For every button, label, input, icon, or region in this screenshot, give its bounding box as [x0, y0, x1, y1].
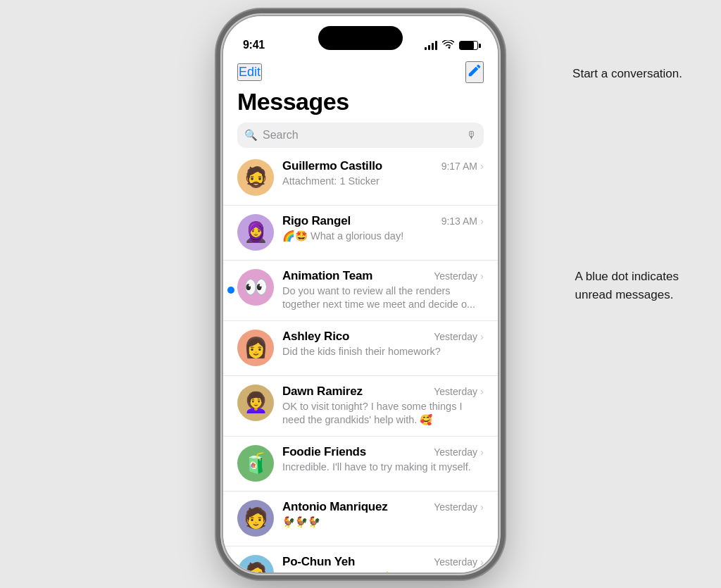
conversation-time: 9:13 AM: [441, 215, 477, 227]
conversation-body: Po-Chun Yeh Yesterday › Wow, looks beaut…: [282, 555, 484, 573]
search-bar[interactable]: 🔍 Search 🎙: [237, 123, 484, 148]
microphone-icon[interactable]: 🎙: [466, 129, 477, 141]
conversation-header-row: Ashley Rico Yesterday ›: [282, 330, 484, 344]
conversation-item[interactable]: 🧔 Po-Chun Yeh Yesterday › Wow, looks bea…: [223, 546, 498, 573]
conversation-preview: 🐓🐓🐓: [282, 515, 484, 530]
chevron-icon: ›: [480, 270, 484, 282]
conversation-name: Ashley Rico: [282, 330, 349, 344]
avatar: 👩‍🦱: [237, 384, 274, 421]
chevron-icon: ›: [480, 160, 484, 172]
conversation-preview: 🌈🤩 What a glorious day!: [282, 230, 484, 244]
conversation-time: 9:17 AM: [441, 161, 477, 172]
conversation-time: Yesterday: [434, 556, 477, 568]
search-placeholder: Search: [263, 129, 461, 142]
conversation-meta: Yesterday ›: [434, 385, 484, 397]
page-title: Messages: [237, 88, 484, 115]
conversation-name: Guillermo Castillo: [282, 159, 382, 173]
conversation-body: Rigo Rangel 9:13 AM › 🌈🤩 What a glorious…: [282, 214, 484, 244]
conversation-preview: Wow, looks beautiful. 🌟 Here's a photo o…: [282, 570, 484, 573]
conversation-header-row: Rigo Rangel 9:13 AM ›: [282, 214, 484, 228]
compose-button[interactable]: [465, 61, 484, 83]
conversation-name: Animation Team: [282, 269, 372, 283]
conversation-body: Dawn Ramirez Yesterday › OK to visit ton…: [282, 384, 484, 427]
avatar: 🧕: [237, 214, 274, 251]
conversation-body: Antonio Manriquez Yesterday › 🐓🐓🐓: [282, 500, 484, 530]
conversation-time: Yesterday: [434, 446, 477, 458]
conversation-time: Yesterday: [434, 386, 477, 397]
annotation-start-conversation: Start a conversation.: [572, 67, 682, 81]
conversation-body: Animation Team Yesterday › Do you want t…: [282, 269, 484, 312]
conversation-name: Antonio Manriquez: [282, 500, 388, 514]
conversation-item[interactable]: 👩 Ashley Rico Yesterday › Did the kids f…: [223, 321, 498, 376]
conversation-item[interactable]: 🧔 Guillermo Castillo 9:17 AM › Attachmen…: [223, 151, 498, 206]
messages-header: Edit Messages: [223, 57, 498, 115]
conversation-name: Po-Chun Yeh: [282, 555, 355, 569]
conversation-header-row: Antonio Manriquez Yesterday ›: [282, 500, 484, 514]
avatar: 🧔: [237, 159, 274, 196]
conversation-item[interactable]: 👀 Animation Team Yesterday › Do you want…: [223, 261, 498, 321]
conversation-header-row: Foodie Friends Yesterday ›: [282, 445, 484, 459]
signal-icon: [425, 41, 437, 50]
conversation-name: Rigo Rangel: [282, 214, 351, 228]
conversation-body: Foodie Friends Yesterday › Incredible. I…: [282, 445, 484, 475]
battery-icon: [459, 41, 478, 50]
chevron-icon: ›: [480, 501, 484, 513]
annotation-blue-dot: A blue dot indicates unread messages.: [575, 268, 679, 304]
conversation-body: Ashley Rico Yesterday › Did the kids fin…: [282, 330, 484, 359]
conversation-item[interactable]: 👩‍🦱 Dawn Ramirez Yesterday › OK to visit…: [223, 376, 498, 437]
unread-dot: [227, 287, 234, 294]
status-icons: [425, 40, 478, 51]
chevron-icon: ›: [480, 446, 484, 458]
wifi-icon: [442, 40, 454, 51]
dynamic-island: [318, 26, 403, 50]
conversation-time: Yesterday: [434, 331, 477, 342]
avatar: 🧃: [237, 445, 274, 482]
search-icon: 🔍: [244, 129, 258, 142]
avatar: 👀: [237, 269, 274, 306]
conversation-preview: Attachment: 1 Sticker: [282, 175, 484, 189]
avatar: 🧑: [237, 500, 274, 537]
scene: Start a conversation. A blue dot indicat…: [0, 0, 721, 588]
conversation-preview: OK to visit tonight? I have some things …: [282, 400, 484, 427]
content-area: Edit Messages 🔍 Search 🎙: [223, 57, 498, 573]
conversation-name: Dawn Ramirez: [282, 384, 363, 399]
status-time: 9:41: [243, 39, 265, 51]
conversation-preview: Did the kids finish their homework?: [282, 345, 484, 359]
conversation-meta: Yesterday ›: [434, 270, 484, 282]
conversation-body: Guillermo Castillo 9:17 AM › Attachment:…: [282, 159, 484, 189]
conversation-header-row: Guillermo Castillo 9:17 AM ›: [282, 159, 484, 173]
compose-icon: [467, 63, 482, 78]
conversation-header-row: Po-Chun Yeh Yesterday ›: [282, 555, 484, 569]
header-actions: Edit: [237, 60, 484, 85]
conversations-list: 🧔 Guillermo Castillo 9:17 AM › Attachmen…: [223, 151, 498, 573]
conversation-header-row: Animation Team Yesterday ›: [282, 269, 484, 283]
screen: 9:41: [223, 16, 498, 573]
conversation-meta: Yesterday ›: [434, 330, 484, 342]
phone-frame: 9:41: [223, 16, 498, 573]
edit-button[interactable]: Edit: [237, 63, 262, 81]
conversation-meta: 9:13 AM ›: [441, 215, 484, 227]
conversation-preview: Do you want to review all the renders to…: [282, 284, 484, 312]
conversation-meta: Yesterday ›: [434, 556, 484, 568]
avatar: 🧔: [237, 555, 274, 573]
conversation-item[interactable]: 🧕 Rigo Rangel 9:13 AM › 🌈🤩 What a glorio…: [223, 206, 498, 261]
conversation-time: Yesterday: [434, 270, 477, 282]
conversation-name: Foodie Friends: [282, 445, 366, 459]
conversation-meta: 9:17 AM ›: [441, 160, 484, 172]
chevron-icon: ›: [480, 330, 484, 342]
conversation-item[interactable]: 🧃 Foodie Friends Yesterday › Incredible.…: [223, 437, 498, 492]
conversation-meta: Yesterday ›: [434, 446, 484, 458]
conversation-meta: Yesterday ›: [434, 501, 484, 513]
avatar: 👩: [237, 330, 274, 366]
conversation-preview: Incredible. I'll have to try making it m…: [282, 461, 484, 475]
conversation-time: Yesterday: [434, 501, 477, 513]
chevron-icon: ›: [480, 556, 484, 568]
conversation-header-row: Dawn Ramirez Yesterday ›: [282, 384, 484, 399]
chevron-icon: ›: [480, 385, 484, 397]
chevron-icon: ›: [480, 215, 484, 227]
conversation-item[interactable]: 🧑 Antonio Manriquez Yesterday › 🐓🐓🐓: [223, 492, 498, 546]
